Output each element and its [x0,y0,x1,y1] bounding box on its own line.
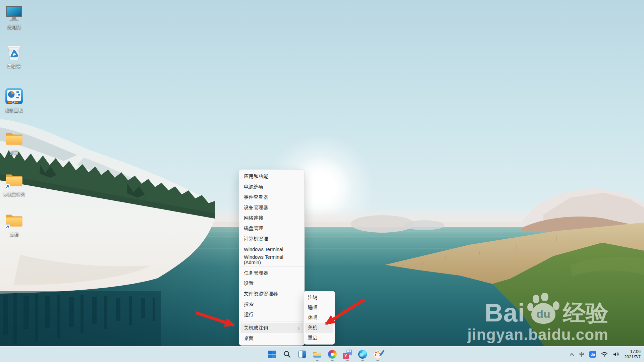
taskbar: ¥ 中 du [0,346,644,362]
submenu-item-shutdown[interactable]: 关机 [305,323,333,333]
winx-context-menu: 应用和功能 电源选项 事件查看器 设备管理器 网络连接 磁盘管理 计算机管理 W… [239,169,305,346]
desktop-icon-this-pc[interactable]: 此电脑 [1,3,27,31]
folder-shortcut-icon [4,170,24,190]
shortcut-arrow-badge [5,224,10,229]
menu-separator [239,321,304,321]
this-pc-icon [4,3,24,23]
task-view-button[interactable] [294,347,310,362]
edge-button[interactable] [355,347,370,362]
menu-item-event-viewer[interactable]: 事件查看器 [239,192,304,202]
rainbow-swirl-app-button[interactable] [325,347,340,362]
menu-separator [239,266,304,266]
menu-item-task-manager[interactable]: 任务管理器 [239,268,304,278]
desktop-icon-label: 文档 [10,232,18,238]
menu-item-windows-terminal[interactable]: Windows Terminal [239,244,304,254]
desktop-icon-label: 此电脑 [8,24,21,31]
desktop-icon-label: 控制面板 [5,108,23,114]
search-button[interactable] [279,347,294,362]
folder-shortcut-icon [4,210,24,230]
folder-icon [4,129,24,148]
desktop-icon-desktop-folder[interactable]: 桌面 [1,129,27,156]
paint-palette-icon [373,350,382,359]
wifi-icon[interactable] [601,352,608,357]
search-icon [283,350,291,358]
menu-item-windows-terminal-admin[interactable]: Windows Terminal (Admin) [239,254,304,265]
task-view-icon [298,350,307,359]
shortcut-arrow-badge [5,184,10,189]
menu-item-disk-management[interactable]: 磁盘管理 [239,223,304,234]
menu-item-file-explorer[interactable]: 文件资源管理器 [239,289,304,299]
submenu-item-hibernate[interactable]: 休眠 [304,313,335,323]
menu-item-network-connections[interactable]: 网络连接 [239,213,304,223]
menu-item-shutdown-signout[interactable]: 关机或注销 › [240,323,303,333]
file-explorer-button[interactable] [310,347,325,362]
desktop-icon-label: 桌面 [10,150,18,156]
tray-ime-indicator[interactable]: 中 [579,351,584,358]
edge-icon [358,350,367,359]
yen-app-button[interactable]: ¥ [340,347,355,362]
tray-baidu-du-icon[interactable]: du [589,351,596,358]
menu-item-search[interactable]: 搜索 [239,299,304,309]
desktop-icon-label: 回收站 [8,63,21,69]
menu-item-settings[interactable]: 设置 [239,278,304,289]
desktop-icon-documents[interactable]: 文档 [1,210,27,238]
menu-item-power-options[interactable]: 电源选项 [239,182,304,192]
tray-clock[interactable]: 17:06 2021/7/7 [624,349,641,360]
tray-date: 2021/7/7 [624,354,641,360]
menu-item-run[interactable]: 运行 [239,309,304,320]
submenu-item-restart[interactable]: 重启 [304,333,335,343]
tray-chevron-up-icon[interactable] [570,353,574,356]
menu-item-device-manager[interactable]: 设备管理器 [239,202,304,213]
menu-item-desktop[interactable]: 桌面 [239,333,304,344]
submenu-chevron-icon: › [298,325,300,330]
menu-item-computer-management[interactable]: 计算机管理 [239,234,304,244]
submenu-item-sleep[interactable]: 睡眠 [304,303,335,313]
desktop-icon-control-panel[interactable]: 控制面板 [1,86,27,114]
distant-hill [351,215,414,233]
recycle-bin-icon [4,42,24,62]
taskbar-tray: 中 du 17:06 2021/7/7 [570,347,641,362]
tray-time: 17:06 [624,349,641,354]
submenu-item-signout[interactable]: 注销 [304,293,335,303]
paint-button[interactable] [370,347,385,362]
volume-icon[interactable] [613,352,619,357]
desktop-icon-sample-folder[interactable]: 示例文件夹 [1,170,27,197]
desktop-icon-recycle-bin[interactable]: 回收站 [1,42,27,69]
menu-item-apps-features[interactable]: 应用和功能 [239,171,304,182]
desktop-icon-label: 示例文件夹 [3,191,25,197]
windows-logo-icon [268,350,276,358]
control-panel-icon [4,86,24,106]
file-explorer-icon [313,350,322,359]
taskbar-center-apps: ¥ [264,347,385,362]
yen-app-icon: ¥ [343,350,352,359]
power-submenu: 注销 睡眠 休眠 关机 重启 [304,291,335,345]
rainbow-swirl-icon [328,350,337,359]
start-button[interactable] [264,347,279,362]
